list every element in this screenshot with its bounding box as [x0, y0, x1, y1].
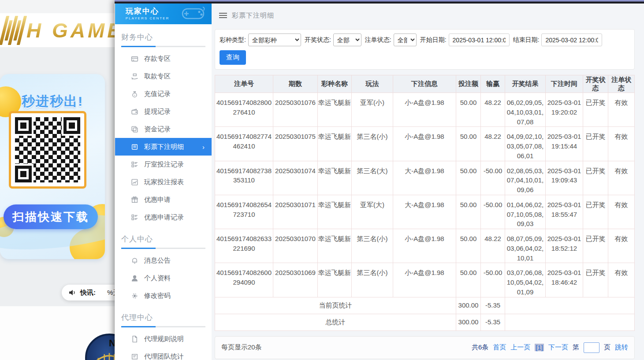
- table-column-header: 投注额: [456, 75, 481, 93]
- table-cell: 03,07,06,08,10,05,04,02,01,09: [505, 263, 546, 297]
- table-column-header: 期数: [273, 75, 318, 93]
- download-promo-card: 秒进秒出! 扫描快速下载: [0, 74, 105, 259]
- document-icon: [131, 335, 138, 343]
- table-cell: 48.22: [481, 229, 505, 263]
- table-cell: 大-A盘@1.98: [393, 195, 456, 229]
- table-cell: 小-A盘@1.98: [393, 229, 456, 263]
- start-date-input[interactable]: [449, 33, 510, 46]
- summary-bet-total: 300.00: [456, 297, 481, 314]
- sidebar-item[interactable]: 玩家投注报表: [115, 173, 212, 191]
- table-cell: 有效: [608, 93, 635, 127]
- start-date-label: 开始日期:: [420, 36, 447, 44]
- download-qr-code: [9, 111, 86, 189]
- table-cell: 48.22: [481, 93, 505, 127]
- table-cell: 401569174082600294090: [215, 263, 273, 297]
- scan-download-button[interactable]: 扫描快速下载: [4, 204, 98, 229]
- sidebar-item[interactable]: 消息公告: [115, 252, 212, 269]
- table-cell: 06,02,09,05,04,10,03,01,07,08: [505, 93, 546, 127]
- order-status-select[interactable]: 全部: [394, 33, 417, 46]
- table-cell: 大-A盘@1.98: [393, 161, 456, 195]
- table-cell: 已开奖: [583, 161, 608, 195]
- table-cell: 有效: [608, 263, 635, 297]
- bet-detail-table-wrap: 注单号期数彩种名称玩法下注信息投注额输赢开奖结果下注时间开奖状态注单状态4015…: [215, 75, 635, 331]
- table-cell: 50.00: [456, 127, 481, 161]
- deposit-card-icon: [131, 55, 138, 63]
- sidebar-item[interactable]: 个人资料: [115, 269, 212, 287]
- table-cell: 50.00: [456, 229, 481, 263]
- table-cell: 幸运飞艇新: [318, 161, 352, 195]
- section-underline: [121, 46, 205, 47]
- menu-toggle-icon[interactable]: [219, 11, 227, 19]
- sidebar-item-label: 个人资料: [144, 274, 171, 282]
- sidebar-item-label: 资金记录: [144, 125, 171, 134]
- current-page-indicator[interactable]: [1]: [535, 344, 544, 351]
- table-cell: 2025-03-01 19:09:43: [546, 161, 583, 195]
- table-column-header: 输赢: [481, 75, 505, 93]
- sidebar-item[interactable]: 优惠申请: [115, 191, 212, 208]
- lottery-type-select[interactable]: 全部彩种: [248, 33, 301, 46]
- table-cell: 20250301075: [273, 127, 318, 161]
- sidebar-section-label: 代理中心: [115, 304, 212, 326]
- sidebar-item[interactable]: 提现记录: [115, 103, 212, 120]
- withdraw-hand-icon: [131, 73, 138, 80]
- bell-icon: [131, 257, 138, 264]
- summary-empty-cell: [505, 314, 635, 330]
- sidebar-item[interactable]: 修改密码: [115, 287, 212, 304]
- sidebar-item-label: 玩家投注报表: [144, 178, 184, 186]
- table-cell: 401569174082738353110: [215, 161, 273, 195]
- hh-game-logo-icon: [3, 15, 25, 46]
- sidebar-item[interactable]: 优惠申请记录: [115, 208, 212, 226]
- lottery-type-label: 彩种类型:: [220, 36, 246, 44]
- draw-status-select[interactable]: 全部: [333, 33, 361, 46]
- table-cell: 20250301071: [273, 195, 318, 229]
- sidebar-item-label: 提现记录: [144, 108, 171, 116]
- page-title: 彩票下注明细: [232, 11, 274, 20]
- sidebar-section-label: 个人中心: [115, 226, 212, 248]
- gear-icon: [131, 292, 138, 300]
- table-column-header: 开奖结果: [505, 75, 546, 93]
- sidebar-item[interactable]: 代理团队统计: [115, 348, 212, 360]
- summary-label: 总统计: [215, 314, 456, 330]
- table-cell: 401569174082654723710: [215, 195, 273, 229]
- table-cell: 已开奖: [583, 229, 608, 263]
- players-center-panel: 玩家中心 PLAYERS CENTER 财务中心存款专区取款专区充值记录提现记录…: [115, 0, 644, 360]
- sidebar-item[interactable]: 彩票下注明细›: [115, 138, 212, 156]
- table-cell: 2025-03-01 18:52:12: [546, 229, 583, 263]
- sidebar-item[interactable]: 充值记录: [115, 85, 212, 103]
- sidebar-item-label: 充值记录: [144, 90, 171, 98]
- table-column-header: 开奖状态: [583, 75, 608, 93]
- sidebar-item[interactable]: 资金记录: [115, 120, 212, 138]
- table-cell: 第三名(大): [352, 161, 393, 195]
- next-page-link[interactable]: 下一页: [548, 343, 568, 352]
- summary-empty-cell: [505, 297, 635, 314]
- sidebar-item[interactable]: 存款专区: [115, 50, 212, 67]
- sidebar-header: 玩家中心 PLAYERS CENTER: [115, 4, 212, 24]
- table-cell: -50.00: [481, 195, 505, 229]
- table-cell: 第三名(小): [352, 127, 393, 161]
- ticker-label: 快讯:: [80, 289, 96, 297]
- table-cell: 2025-03-01 18:55:47: [546, 195, 583, 229]
- table-cell: 01,04,06,02,07,10,05,08,09,03: [505, 195, 546, 229]
- jump-button[interactable]: 跳转: [615, 343, 628, 352]
- sidebar-item-label: 优惠申请: [144, 196, 171, 204]
- table-column-header: 下注时间: [546, 75, 583, 93]
- table-cell: 401569174082633221690: [215, 229, 273, 263]
- first-page-link[interactable]: 首页: [493, 343, 506, 352]
- sidebar-item[interactable]: 代理规则说明: [115, 330, 212, 348]
- jump-page-input[interactable]: [584, 342, 599, 353]
- end-date-input[interactable]: [541, 33, 602, 46]
- search-button[interactable]: 查询: [220, 50, 246, 65]
- table-cell: 幸运飞艇新: [318, 195, 352, 229]
- summary-winloss-total: -5.35: [481, 314, 505, 330]
- promo-gift-icon: [131, 196, 138, 204]
- sidebar-item-label: 修改密码: [144, 292, 171, 300]
- sidebar-item[interactable]: 取款专区: [115, 67, 212, 85]
- table-row: 40156917408260029409020250301069幸运飞艇新第三名…: [215, 263, 635, 297]
- prev-page-link[interactable]: 上一页: [510, 343, 530, 352]
- table-cell: 亚军(小): [352, 93, 393, 127]
- table-cell: 20250301074: [273, 161, 318, 195]
- sidebar-item[interactable]: 厅室投注记录: [115, 156, 212, 173]
- table-cell: 50.00: [456, 161, 481, 195]
- total-count-text: 共6条: [472, 343, 488, 352]
- table-cell: 已开奖: [583, 263, 608, 297]
